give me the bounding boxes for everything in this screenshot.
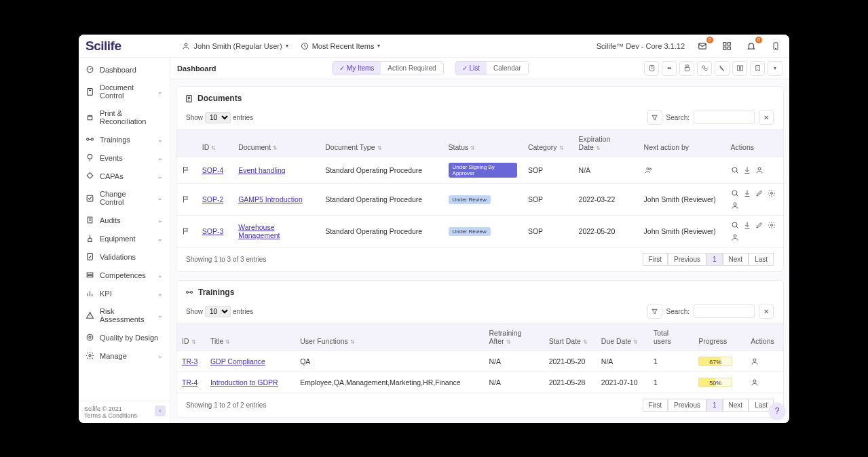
pager-next[interactable]: Next (723, 253, 749, 266)
sidebar-item-trainings[interactable]: Trainings⌄ (79, 130, 170, 148)
nav-icon (86, 194, 94, 203)
flag-icon[interactable] (182, 227, 191, 235)
cell-category: SOP (523, 157, 573, 184)
sidebar-item-events[interactable]: Events⌄ (79, 148, 170, 167)
pager-page-1[interactable]: 1 (706, 253, 723, 266)
pager-previous[interactable]: Previous (668, 253, 706, 266)
tool-button-3[interactable] (679, 61, 694, 76)
tab-my-items[interactable]: ✓My Items (333, 62, 381, 75)
sidebar-item-equipment[interactable]: Equipment⌄ (79, 229, 170, 247)
user-icon (182, 42, 190, 50)
mail-button[interactable]: 0 (696, 39, 709, 53)
sidebar-item-competences[interactable]: Competences⌄ (79, 266, 170, 284)
sidebar-item-dashboard[interactable]: Dashboard (79, 60, 170, 79)
action-download-icon[interactable] (743, 221, 751, 229)
action-user-icon[interactable] (731, 201, 739, 210)
action-edit-icon[interactable] (755, 221, 763, 229)
tab-calendar[interactable]: Calendar (487, 62, 528, 75)
tool-button-2[interactable]: ⬌ (662, 61, 677, 76)
recent-items-dropdown[interactable]: Most Recent Items ▾ (301, 42, 381, 50)
sidebar-item-capas[interactable]: CAPAs⌄ (79, 167, 170, 185)
training-id-link[interactable]: TR-4 (182, 378, 197, 386)
cell-next-action: John Smith (Reviewer) (639, 184, 725, 216)
document-id-link[interactable]: SOP-4 (202, 166, 224, 174)
sidebar-item-print-reconciliation[interactable]: Print & Reconciliation (79, 104, 170, 130)
terms-link[interactable]: Terms & Conditions (84, 412, 164, 419)
trainings-filter-button[interactable] (647, 304, 662, 319)
tool-button-more[interactable]: ▾ (768, 61, 782, 76)
document-title-link[interactable]: Warehouse Management (238, 223, 280, 239)
tool-button-4[interactable] (697, 61, 712, 76)
sidebar-item-label: Print & Reconciliation (100, 109, 163, 125)
svg-rect-23 (88, 254, 93, 260)
device-button[interactable] (769, 39, 782, 53)
action-download-icon[interactable] (743, 166, 751, 174)
chevron-down-icon: ⌄ (157, 173, 163, 180)
svg-point-17 (88, 155, 92, 159)
svg-point-54 (770, 193, 772, 195)
breadcrumb: Dashboard (177, 64, 216, 73)
action-user-icon[interactable] (731, 233, 739, 241)
sidebar-collapse-button[interactable]: ‹ (155, 405, 166, 416)
tab-action-required[interactable]: Action Required (381, 62, 442, 75)
documents-search-input[interactable] (694, 111, 755, 124)
trainings-clear-search[interactable]: ✕ (759, 304, 774, 319)
tool-button-1[interactable] (644, 61, 659, 76)
documents-filter-button[interactable] (647, 110, 662, 125)
document-id-link[interactable]: SOP-2 (202, 195, 224, 203)
pager-next[interactable]: Next (723, 399, 749, 412)
action-download-icon[interactable] (743, 189, 751, 197)
training-title-link[interactable]: GDP Compliance (210, 357, 265, 365)
tool-button-5[interactable] (715, 61, 730, 76)
tool-button-6[interactable] (732, 61, 747, 76)
trainings-search-input[interactable] (694, 304, 755, 318)
sidebar-item-change-control[interactable]: Change Control⌄ (79, 185, 170, 211)
current-user-dropdown[interactable]: John Smith (Regular User) ▾ (182, 42, 288, 50)
sidebar-item-audits[interactable]: Audits⌄ (79, 211, 170, 229)
chevron-down-icon: ⌄ (157, 136, 163, 143)
nav-icon (86, 135, 94, 144)
document-id-link[interactable]: SOP-3 (202, 227, 224, 235)
apps-button[interactable] (720, 39, 734, 53)
notifications-button[interactable]: 0 (744, 39, 758, 53)
action-view-icon[interactable] (731, 189, 739, 197)
sidebar-item-validations[interactable]: Validations (79, 247, 170, 266)
cell-category: SOP (523, 216, 573, 247)
nav-icon (86, 153, 94, 162)
pager-previous[interactable]: Previous (668, 399, 706, 412)
training-title-link[interactable]: Introduction to GDPR (210, 378, 278, 386)
pager-last[interactable]: Last (749, 253, 774, 266)
flag-icon[interactable] (182, 195, 191, 203)
sidebar-item-manage[interactable]: Manage⌄ (79, 346, 170, 365)
training-id-link[interactable]: TR-3 (182, 357, 197, 365)
tool-button-7[interactable] (750, 61, 765, 76)
pager-first[interactable]: First (643, 253, 668, 266)
document-title-link[interactable]: Event handling (238, 166, 285, 174)
trainings-page-size[interactable]: 10 (205, 306, 231, 317)
brand-logo: Scilife (86, 39, 121, 54)
action-gear-icon[interactable] (768, 221, 776, 229)
action-view-icon[interactable] (731, 221, 739, 229)
help-button[interactable]: ? (769, 403, 785, 419)
action-user-icon[interactable] (755, 166, 763, 174)
recent-items-label: Most Recent Items (312, 42, 375, 50)
documents-clear-search[interactable]: ✕ (759, 110, 774, 125)
pager-first[interactable]: First (643, 399, 668, 412)
sidebar-item-quality-by-design[interactable]: Quality by Design (79, 328, 170, 346)
cell-user-functions: Employee,QA,Management,Marketing,HR,Fina… (295, 372, 483, 393)
action-user-icon[interactable] (751, 378, 778, 386)
flag-icon[interactable] (182, 166, 191, 174)
sidebar-item-document-control[interactable]: Document Control⌄ (79, 79, 170, 104)
action-gear-icon[interactable] (768, 189, 776, 197)
row-actions (731, 189, 778, 210)
sidebar-item-kpi[interactable]: KPI⌄ (79, 284, 170, 302)
sidebar-item-risk-assessments[interactable]: Risk Assessments⌄ (79, 302, 170, 328)
documents-page-size[interactable]: 10 (205, 112, 231, 123)
action-edit-icon[interactable] (755, 189, 763, 197)
progress-label: 50% (699, 378, 732, 388)
action-user-icon[interactable] (751, 357, 778, 365)
pager-page-1[interactable]: 1 (706, 399, 723, 412)
action-view-icon[interactable] (731, 166, 739, 174)
tab-list[interactable]: ✓List (455, 62, 487, 75)
document-title-link[interactable]: GAMP5 Introduction (238, 195, 303, 203)
